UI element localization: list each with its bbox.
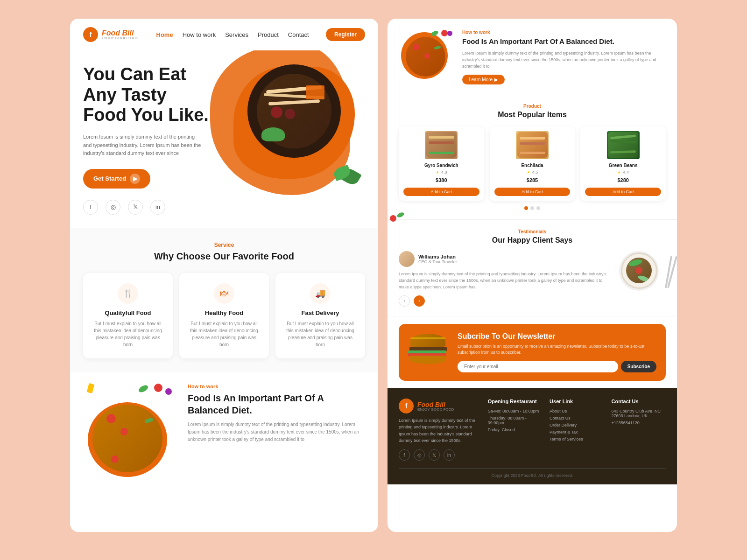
newsletter-description: Email subscription is an opportunity to …: [458, 343, 656, 356]
healthy-icon: 🍽: [214, 283, 234, 304]
service-cards: 🍴 Qualityfull Food But I must explain to…: [83, 273, 365, 358]
testimonial-title: Our Happy Client Says: [399, 236, 666, 245]
newsletter-email-input[interactable]: [458, 361, 618, 372]
nav-item-contact[interactable]: Contact: [288, 30, 309, 39]
footer-link-payment[interactable]: Payment & Tax: [550, 430, 604, 434]
enchilada-price: $285: [494, 177, 571, 183]
footer-linkedin-icon[interactable]: in: [444, 449, 455, 461]
popular-label: Product: [399, 104, 666, 109]
service-title: Why Choose Our Favorite Food: [83, 251, 365, 262]
greenbeans-rating: ★ 4.4: [585, 170, 661, 175]
arrow-icon: ▶: [130, 174, 140, 184]
footer-socials: f ◎ 𝕏 in: [399, 449, 480, 461]
footer-facebook-icon[interactable]: f: [399, 449, 410, 461]
footer-logo: f Food Bill ENJOY GOOD FOOD: [399, 399, 476, 413]
footer-contact: Contact Us 643 Country Club Ave. NC 2760…: [612, 399, 666, 461]
dot-3[interactable]: [536, 206, 540, 210]
salad-plate: [619, 251, 659, 291]
newsletter-submit-button[interactable]: Subscribe: [621, 361, 656, 372]
footer-link-delivery[interactable]: Order Delivery: [550, 423, 604, 427]
popular-section: Product Most Popular Items Gyro Sandwich…: [388, 94, 677, 220]
reviewer-role: CEO & Tour Traveler: [418, 259, 457, 264]
footer-grid: f Food Bill ENJOY GOOD FOOD Lorem Ipsum …: [399, 399, 666, 461]
quality-title: Qualityfull Food: [91, 309, 165, 316]
carousel-dots: [399, 206, 666, 210]
hero-title: You Can Eat Any Tasty Food You Like.: [83, 64, 214, 126]
testimonial-prev-button[interactable]: ‹: [399, 295, 410, 307]
dot-1[interactable]: [524, 206, 528, 210]
logo: f Food Bill ENJOY GOOD FOOD: [83, 27, 139, 42]
salad-image: [619, 251, 666, 293]
popular-cards: Gyro Sandwich ★ 4.8 $380 Add to Cart: [399, 126, 666, 201]
learn-more-button[interactable]: Learn More ▶: [462, 75, 505, 84]
greenbeans-price: $280: [585, 177, 661, 183]
reviewer-info: Williams Johan CEO & Tour Traveler: [399, 251, 613, 267]
footer-instagram-icon[interactable]: ◎: [414, 449, 425, 461]
how-to-work-title: Food Is An Important Part Of A Balanced …: [188, 392, 365, 416]
testimonial-label: Testimonials: [399, 229, 666, 234]
delivery-desc: But I must explain to you how all this m…: [283, 320, 358, 348]
pizza-image-left: [83, 384, 176, 477]
footer-twitter-icon[interactable]: 𝕏: [429, 449, 440, 461]
gyro-image: [425, 131, 458, 159]
footer-about-desc: Lorem Ipsum is simply dummy text of the …: [399, 417, 480, 444]
enchilada-image: [516, 131, 549, 159]
popular-title: Most Popular Items: [399, 111, 666, 119]
right-how-content: How to work Food Is An Important Part Of…: [462, 30, 666, 84]
gyro-name: Gyro Sandwich: [403, 163, 479, 168]
nav-item-product[interactable]: Product: [258, 30, 279, 39]
hero-food-image: [233, 57, 364, 188]
nav-item-home[interactable]: Home: [156, 30, 173, 39]
testimonial-text: Williams Johan CEO & Tour Traveler Lorem…: [399, 251, 613, 307]
popular-card-greenbeans: Green Beans ★ 4.4 $280 Add to Cart: [580, 126, 666, 201]
twitter-icon[interactable]: 𝕏: [128, 200, 143, 215]
logo-icon: f: [83, 27, 98, 42]
testimonial-content: Williams Johan CEO & Tour Traveler Lorem…: [399, 251, 666, 307]
star-icon: ★: [617, 170, 621, 175]
dot-2[interactable]: [530, 206, 534, 210]
right-panel: How to work Food Is An Important Part Of…: [388, 19, 677, 532]
greenbeans-add-to-cart[interactable]: Add to Cart: [585, 188, 661, 196]
newsletter-section: Subcribe To Our Newsletter Email subscri…: [399, 324, 666, 381]
right-how-section: How to work Food Is An Important Part Of…: [388, 19, 677, 94]
nav-item-services[interactable]: Services: [225, 30, 248, 39]
hero-socials: f ◎ 𝕏 in: [83, 200, 365, 215]
footer-address: 643 Country Club Ave. NC 27603 Landour, …: [612, 409, 666, 418]
newsletter-title: Subcribe To Our Newsletter: [458, 332, 656, 341]
footer-link-contact[interactable]: Contact Us: [550, 416, 604, 420]
footer-hours-2: Thursday: 08:00am - 09:00pm: [488, 416, 542, 425]
footer-hours-3: Friday: Closed: [488, 427, 542, 432]
nav-item-how[interactable]: How to work: [183, 30, 216, 39]
gyro-add-to-cart[interactable]: Add to Cart: [403, 188, 479, 196]
service-card-healthy: 🍽 Healthy Food But I must explain to you…: [179, 273, 269, 358]
footer-contact-title: Contact Us: [612, 399, 666, 404]
popular-card-gyro: Gyro Sandwich ★ 4.8 $380 Add to Cart: [399, 126, 484, 201]
enchilada-add-to-cart[interactable]: Add to Cart: [494, 188, 571, 196]
testimonial-section: Testimonials Our Happy Client Says Willi…: [388, 220, 677, 316]
how-to-work-label: How to work: [188, 384, 365, 389]
register-button[interactable]: Register: [326, 28, 365, 41]
service-card-delivery: 🚚 Fast Delivery But I must explain to yo…: [275, 273, 365, 358]
delivery-icon: 🚚: [310, 283, 331, 304]
footer-link-about[interactable]: About Us: [550, 409, 604, 413]
footer-user-links: User Link About Us Contact Us Order Deli…: [550, 399, 604, 461]
footer-link-terms[interactable]: Terms of Services: [550, 437, 604, 441]
enchilada-name: Enchilada: [494, 163, 571, 168]
nav-links: Home How to work Services Product Contac…: [156, 30, 313, 39]
footer-phone: +12356541120: [612, 420, 666, 425]
facebook-icon[interactable]: f: [83, 200, 98, 215]
how-to-work-desc: Lorem Ipsum is simply dummy text of the …: [188, 421, 365, 443]
popular-card-enchilada: Enchilada ★ 4.5 $285 Add to Cart: [490, 126, 575, 201]
burger-image: [408, 334, 450, 371]
footer: f Food Bill ENJOY GOOD FOOD Lorem Ipsum …: [388, 388, 677, 485]
get-started-button[interactable]: Get Started ▶: [83, 169, 150, 189]
right-how-title: Food Is An Important Part Of A Balanced …: [462, 37, 666, 46]
right-pizza-image: [399, 30, 455, 81]
navbar: f Food Bill ENJOY GOOD FOOD Home How to …: [70, 19, 378, 50]
service-label: Service: [83, 242, 365, 248]
star-icon: ★: [436, 170, 439, 175]
testimonial-next-button[interactable]: ›: [414, 295, 425, 307]
footer-hours-1: Sa-Mo: 09:00am - 10:00pm: [488, 409, 542, 413]
linkedin-icon[interactable]: in: [150, 200, 165, 215]
instagram-icon[interactable]: ◎: [106, 200, 120, 215]
